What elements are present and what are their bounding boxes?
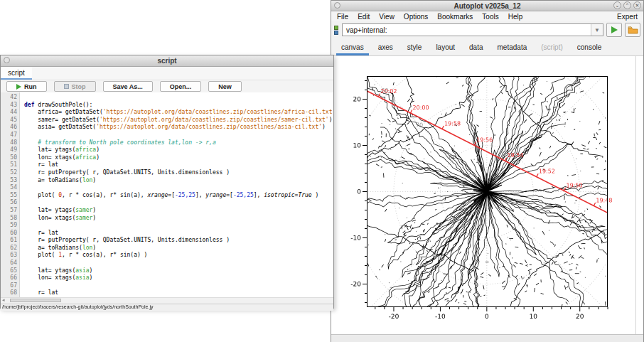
menu-edit[interactable]: Edit (358, 13, 370, 21)
expert-toggle[interactable]: Expert (617, 13, 638, 21)
main-tabbar: canvasaxesstylelayoutdatametadata(script… (331, 38, 643, 56)
line-number: 43 (1, 102, 17, 109)
autoplot-titlebar[interactable]: Autoplot v2025a_12 ⌄⌃✕ (331, 1, 643, 11)
side-splitter[interactable] (635, 56, 636, 334)
tab-metadata[interactable]: metadata (490, 40, 535, 55)
window-menu-icon[interactable] (4, 57, 10, 63)
scroll-left-icon[interactable]: ◂ (2, 297, 5, 303)
code-token: asia (75, 274, 89, 281)
code-line: lat= ytags(samer) (24, 207, 333, 215)
code-line: lon= xtags(samer) (24, 215, 333, 223)
code-token: africa (75, 154, 96, 161)
line-number: 54 (1, 184, 17, 192)
code-line: samer= getDataSet('https://autoplot.org/… (24, 117, 333, 124)
script-window: script script Run Stop Save As... Open..… (0, 55, 334, 309)
new-button[interactable]: New (208, 81, 242, 92)
menu-view[interactable]: View (379, 13, 395, 21)
desktop: { "colors": { "accent_blue": "#4a86c8", … (0, 0, 644, 342)
minimize-button[interactable]: ⌄ (613, 1, 621, 9)
code-token: lon (82, 245, 92, 251)
tab-script[interactable]: (script) (534, 40, 570, 55)
window-controls: ⌄⌃✕ (613, 1, 641, 9)
code-token: r= putProperty( r, QDataSet.UNITS, Units… (24, 237, 230, 243)
autoplot-status-strip (331, 334, 643, 342)
address-row: vap+internal: ▼ (331, 21, 643, 38)
code-token: samer (75, 215, 92, 221)
code-token: ) (92, 177, 96, 183)
code-token: asia (75, 267, 89, 274)
tab-data[interactable]: data (462, 40, 490, 55)
code-token: samer (75, 207, 92, 213)
tab-console[interactable]: console (570, 40, 608, 55)
code-token: 'https://autoplot.org/data/coastlines.zi… (96, 124, 322, 130)
menu-tools[interactable]: Tools (482, 13, 498, 21)
code-line (24, 222, 333, 230)
line-number: 49 (1, 146, 17, 154)
code-area[interactable]: def drawSouthPole(): africa= getDataSet(… (20, 92, 333, 297)
code-token: =[ (168, 192, 175, 198)
autoplot-window: Autoplot v2025a_12 ⌄⌃✕ FileEditViewOptio… (331, 0, 644, 342)
stop-button[interactable]: Stop (54, 81, 96, 92)
code-token: yrange (205, 192, 226, 198)
code-line: r= putProperty( r, QDataSet.UNITS, Units… (24, 169, 333, 177)
code-line (24, 282, 333, 290)
save-as-button[interactable]: Save As... (103, 81, 153, 92)
code-token: ) (90, 267, 93, 274)
code-line (24, 132, 333, 139)
line-number: 62 (1, 245, 17, 252)
menu-file[interactable]: File (337, 13, 348, 21)
line-number: 48 (1, 139, 17, 147)
close-button[interactable]: ✕ (633, 1, 641, 9)
go-play-icon (611, 26, 618, 33)
code-token: -25,25 (175, 192, 195, 198)
run-button[interactable]: Run (6, 81, 47, 92)
go-button[interactable] (606, 23, 622, 37)
code-token: xrange (147, 192, 168, 198)
code-token: r= putProperty( r, QDataSet.UNITS, Units… (24, 169, 230, 176)
script-titlebar[interactable]: script (1, 55, 333, 67)
tab-axes[interactable]: axes (371, 40, 400, 55)
code-token: r= lat (24, 289, 58, 296)
menu-bookmarks[interactable]: Bookmarks (437, 13, 473, 21)
uri-value[interactable]: vap+internal: (343, 26, 591, 34)
code-line: r= lat (24, 161, 333, 169)
window-menu-icon[interactable] (334, 2, 340, 9)
code-token: a= toRadians( (24, 177, 82, 183)
chevron-down-icon[interactable]: ▼ (591, 24, 603, 36)
menu-help[interactable]: Help (508, 13, 523, 21)
line-number: 46 (1, 124, 17, 132)
code-editor[interactable]: 4243444546474849505152535455565758596061… (1, 92, 333, 297)
code-token: 'https://autoplot.org/data/coastlines.zi… (100, 117, 329, 123)
scrollbar-thumb[interactable] (10, 299, 61, 302)
uri-combobox[interactable]: vap+internal: ▼ (342, 23, 603, 36)
line-number: 44 (1, 109, 17, 117)
open-file-button[interactable] (625, 23, 640, 37)
tab-canvas[interactable]: canvas (334, 40, 371, 55)
maximize-button[interactable]: ⌃ (623, 1, 631, 9)
tab-script[interactable]: script (1, 67, 32, 80)
line-number: 66 (1, 274, 17, 282)
run-play-icon (16, 84, 21, 90)
code-token: ) (96, 146, 100, 153)
tab-layout[interactable]: layout (429, 40, 462, 55)
line-number: 61 (1, 237, 17, 245)
line-number: 67 (1, 282, 17, 290)
line-number: 56 (1, 199, 17, 207)
horizontal-scrollbar[interactable]: ◂ (1, 297, 333, 304)
menu-options[interactable]: Options (404, 13, 428, 21)
code-token: ) (322, 124, 326, 130)
line-number-gutter: 4243444546474849505152535455565758596061… (1, 92, 20, 297)
script-statusbar: /home/jbf/project/tracers/research-git/a… (1, 304, 333, 311)
code-line: lat= ytags(asia) (24, 267, 333, 275)
code-token: asia= getDataSet( (24, 124, 96, 130)
plot-canvas[interactable] (331, 56, 641, 333)
open-button[interactable]: Open... (160, 81, 202, 92)
code-line (24, 199, 333, 207)
code-token: def (24, 102, 34, 108)
code-line: lon= xtags(africa) (24, 154, 333, 162)
blue-square-icon (334, 31, 338, 35)
code-token: ) (92, 215, 96, 221)
code-line: a= toRadians(lon) (24, 245, 333, 252)
code-token: africa (75, 146, 96, 153)
tab-style[interactable]: style (400, 40, 429, 55)
